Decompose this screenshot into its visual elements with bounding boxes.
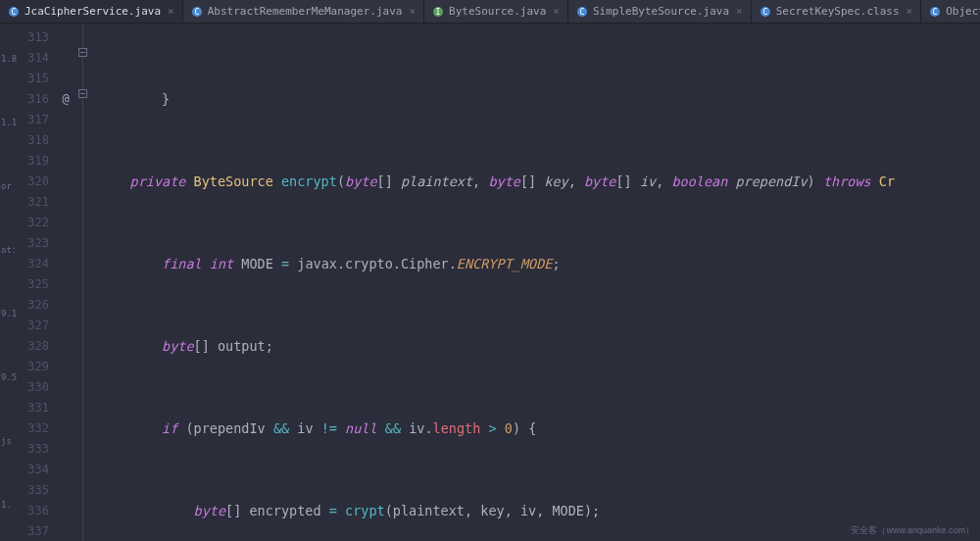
gutter-annotation: @ [55,89,76,110]
code-line: private ByteSource encrypt(byte[] plaint… [98,172,980,192]
gutter-annotation [55,521,76,541]
gutter-annotation [55,130,76,151]
line-number: 337 [0,521,49,541]
code-line [98,213,980,233]
gutter-annotation [55,192,76,213]
line-number: 323 [0,233,49,254]
line-number: 313 [0,27,49,48]
line-number: 331 [0,398,49,418]
gutter-annotation [55,48,76,69]
code-line: } [98,89,980,110]
tab-object[interactable]: C Object.java × [921,0,980,23]
line-number: 314 [0,48,49,69]
java-interface-icon: I [432,6,444,18]
gutter-annotation [55,172,76,192]
close-icon[interactable]: × [553,5,560,18]
fold-close-icon[interactable]: – [78,48,87,57]
line-number: 329 [0,357,49,377]
code-line [98,48,980,69]
code-area[interactable]: } private ByteSource encrypt(byte[] plai… [90,24,980,541]
code-line [98,130,980,151]
code-line [98,295,980,316]
line-number: 315 [0,69,49,89]
annotation-gutter: @ [55,24,76,541]
line-number: 320 [0,172,49,192]
java-class-icon: C [760,6,771,18]
gutter-annotation [55,439,76,460]
line-number: 325 [0,274,49,295]
gutter-annotation [55,274,76,295]
line-number: 318 [0,130,49,151]
tab-label: AbstractRememberMeManager.java [208,5,403,18]
fold-gutter: – – [76,24,90,541]
close-icon[interactable]: × [736,5,743,18]
code-editor[interactable]: 3133143153163173183193203213223233243253… [0,24,980,541]
gutter-annotation [55,501,76,521]
close-icon[interactable]: × [168,5,174,18]
line-number: 316 [0,89,49,110]
gutter-annotation [55,295,76,316]
svg-text:C: C [762,8,767,17]
tab-label: Object.java [946,5,980,18]
line-number: 319 [0,151,49,172]
line-number: 335 [0,480,49,501]
code-line: byte[] encrypted = crypt(plaintext, key,… [98,501,980,521]
line-number: 328 [0,336,49,357]
gutter-annotation [55,357,76,377]
code-line: final int MODE = javax.crypto.Cipher.ENC… [98,254,980,274]
tab-secretkeyspec[interactable]: C SecretKeySpec.class × [752,0,921,23]
line-number: 326 [0,295,49,316]
gutter-annotation [55,110,76,130]
code-line [98,377,980,398]
gutter-annotation [55,480,76,501]
tab-label: ByteSource.java [449,5,546,18]
tab-label: JcaCipherService.java [24,5,161,18]
line-number: 333 [0,439,49,460]
gutter-annotation [55,377,76,398]
gutter-annotation [55,213,76,233]
gutter-annotation [55,254,76,274]
watermark-text: 安全客（www.anquanke.com） [851,524,974,537]
svg-text:I: I [436,8,441,17]
gutter-annotation [55,69,76,89]
line-number: 334 [0,460,49,480]
java-class-icon: C [8,6,20,18]
gutter-annotation [55,398,76,418]
java-class-icon: C [576,6,588,18]
tab-label: SecretKeySpec.class [776,5,900,18]
java-class-icon: C [929,6,941,18]
line-number: 324 [0,254,49,274]
tab-abstractremembermemanager[interactable]: C AbstractRememberMeManager.java × [183,0,424,23]
tab-jcacipherservice[interactable]: C JcaCipherService.java × [0,0,183,23]
java-class-icon: C [191,6,203,18]
tab-simplebytesource[interactable]: C SimpleByteSource.java × [568,0,752,23]
line-number-gutter: 3133143153163173183193203213223233243253… [0,24,55,541]
svg-text:C: C [580,8,585,17]
gutter-annotation [55,151,76,172]
svg-text:C: C [194,8,199,17]
gutter-annotation [55,27,76,48]
code-line: if (prependIv && iv != null && iv.length… [98,418,980,439]
line-number: 336 [0,501,49,521]
tab-bytesource[interactable]: I ByteSource.java × [424,0,568,23]
gutter-annotation [55,316,76,336]
line-number: 322 [0,213,49,233]
gutter-annotation [55,418,76,439]
gutter-annotation [55,233,76,254]
line-number: 317 [0,110,49,130]
fold-open-icon[interactable]: – [78,89,87,98]
close-icon[interactable]: × [906,5,913,18]
code-line [98,460,980,480]
svg-text:C: C [12,8,17,17]
line-number: 327 [0,316,49,336]
tab-label: SimpleByteSource.java [593,5,729,18]
editor-tabs: C JcaCipherService.java × C AbstractReme… [0,0,980,24]
line-number: 332 [0,418,49,439]
gutter-annotation [55,336,76,357]
line-number: 330 [0,377,49,398]
code-line: byte[] output; [98,336,980,357]
gutter-annotation [55,460,76,480]
svg-text:C: C [933,8,938,17]
line-number: 321 [0,192,49,213]
close-icon[interactable]: × [409,5,416,18]
